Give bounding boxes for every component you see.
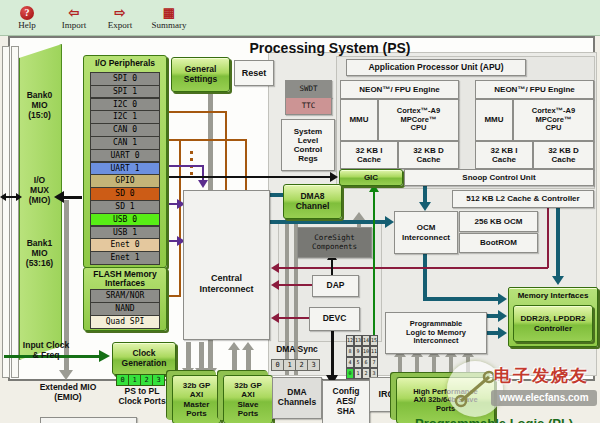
line	[232, 349, 237, 375]
io-peripherals-block: I/O Peripherals SPI 0 SPI 1 I2C 0 I2C 1 …	[83, 55, 167, 268]
line	[331, 330, 334, 377]
mio-pin-strip	[11, 46, 19, 378]
pl-heading: Programmable Logic (PL)	[415, 416, 595, 423]
peripheral-usb0[interactable]: USB 0	[90, 213, 160, 227]
irq-cell[interactable]: 5	[354, 357, 362, 368]
irq-cell[interactable]: 4	[346, 357, 354, 368]
irq-cell[interactable]: 12	[346, 335, 354, 346]
peripheral-enet1[interactable]: Enet 1	[90, 251, 160, 265]
export-button[interactable]: ⇨ Export	[98, 2, 142, 33]
watermark-name: 电子发烧友	[494, 364, 589, 387]
peripheral-can0[interactable]: CAN 0	[90, 123, 160, 137]
dma-sync-port-3[interactable]: 3	[307, 359, 320, 371]
peripheral-enet0[interactable]: Enet 0	[90, 238, 160, 252]
l2-cache-box: 512 KB L2 Cache & Controller	[452, 190, 594, 208]
gp-axi-master-ports[interactable]: 32b GP AXI Master Ports	[172, 375, 221, 423]
dot	[190, 158, 193, 161]
irq-cell[interactable]: 14	[362, 335, 370, 346]
zynq-ps-configuration-screen: ? Help ⇦ Import ⇨ Export ▦ Summary Proce…	[0, 0, 600, 423]
irq-cell[interactable]: 6	[362, 357, 370, 368]
import-button[interactable]: ⇦ Import	[52, 2, 96, 33]
export-arrow-icon: ⇨	[115, 5, 126, 20]
ddr-controller-button[interactable]: DDR2/3, LPDDR2 Controller	[513, 305, 593, 342]
snoop-control-unit: Snoop Control Unit	[404, 169, 594, 186]
bank0-mio-label: Bank0 MIO (15:0)	[19, 90, 60, 121]
peripheral-i2c0[interactable]: I2C 0	[90, 98, 160, 112]
peripheral-uart1[interactable]: UART 1	[90, 162, 160, 176]
peripheral-sd0[interactable]: SD 0	[90, 187, 160, 201]
import-arrow-icon: ⇦	[69, 5, 80, 20]
summary-button[interactable]: ▦ Summary	[144, 2, 194, 33]
line	[186, 342, 191, 370]
peripheral-spi1[interactable]: SPI 1	[90, 85, 160, 99]
clock-generation-button[interactable]: Clock Generation	[112, 342, 176, 375]
gp-axi-slave-ports[interactable]: 32b GP AXI Slave Ports	[223, 375, 273, 423]
arrowhead	[498, 310, 507, 322]
line	[64, 196, 82, 199]
line	[179, 139, 181, 297]
line	[423, 297, 499, 301]
mmu-right: MMU	[475, 99, 513, 141]
bank1-mio-label: Bank1 MIO (53:16)	[19, 238, 60, 269]
icache-left: 32 KB I Cache	[340, 141, 398, 169]
line	[423, 252, 427, 299]
peripheral-i2c1[interactable]: I2C 1	[90, 110, 160, 124]
peripheral-spi0[interactable]: SPI 0	[90, 72, 160, 86]
toolbar: ? Help ⇦ Import ⇨ Export ▦ Summary	[0, 0, 600, 36]
irq-cell[interactable]: 8	[346, 346, 354, 357]
flash-nand[interactable]: NAND	[90, 302, 160, 316]
dma8-channel-button[interactable]: DMA8 Channel	[283, 184, 342, 219]
dcache-left: 32 KB D Cache	[398, 141, 459, 169]
reset-button[interactable]: Reset	[234, 60, 274, 86]
dma-channels-box: DMA Channels	[272, 377, 322, 419]
line	[398, 356, 402, 376]
line	[246, 349, 251, 375]
irq-cell[interactable]: 11	[370, 346, 378, 357]
arrowhead	[271, 280, 279, 290]
arrowhead	[228, 342, 240, 350]
arrowhead	[16, 193, 22, 201]
neon-fpu-right: NEON™/ FPU Engine	[475, 80, 594, 99]
dap-box: DAP	[312, 275, 359, 297]
arrowhead	[385, 216, 394, 228]
pl-partial-box	[40, 417, 137, 423]
line	[547, 207, 549, 268]
arrowhead	[99, 350, 110, 362]
line	[199, 342, 204, 370]
flash-quad-spi[interactable]: Quad SPI	[90, 315, 160, 329]
peripheral-sd1[interactable]: SD 1	[90, 200, 160, 214]
apu-header: Application Processor Unit (APU)	[346, 59, 526, 76]
help-button[interactable]: ? Help	[8, 2, 46, 33]
irq-cell-active[interactable]: 0	[346, 368, 354, 379]
memory-interfaces-header: Memory Interfaces	[509, 292, 597, 301]
irq-cell[interactable]: 7	[370, 357, 378, 368]
line	[279, 267, 548, 269]
flash-sram-nor[interactable]: SRAM/NOR	[90, 289, 160, 303]
irq-cell[interactable]: 1	[354, 368, 362, 379]
flash-header: FLASH Memory Interfaces	[84, 270, 166, 289]
peripheral-gpio[interactable]: GPIO	[90, 174, 160, 188]
line	[166, 111, 226, 113]
input-clock-label: Input Clock & Freq	[10, 340, 82, 360]
peripheral-can1[interactable]: CAN 1	[90, 136, 160, 150]
ps-pl-clock-port-3[interactable]: 3	[152, 374, 165, 386]
arrowhead	[498, 327, 507, 339]
line	[166, 139, 246, 141]
dot	[190, 172, 193, 175]
irq-cell[interactable]: 10	[362, 346, 370, 357]
irq-cell[interactable]: 15	[370, 335, 378, 346]
page-title: Processing System (PS)	[180, 40, 480, 57]
arrowhead	[0, 193, 6, 201]
line	[331, 259, 333, 275]
general-settings-button[interactable]: General Settings	[171, 57, 230, 92]
export-label: Export	[108, 20, 133, 30]
peripheral-uart0[interactable]: UART 0	[90, 149, 160, 163]
arrowhead	[198, 180, 208, 188]
arrowhead	[242, 342, 254, 350]
irq-cell[interactable]: 13	[354, 335, 362, 346]
gic-button[interactable]: GIC	[339, 169, 403, 186]
neon-fpu-left: NEON™/ FPU Engine	[340, 80, 459, 99]
irq-cell[interactable]: 9	[354, 346, 362, 357]
coresight-box: CoreSight Components	[297, 227, 372, 258]
peripheral-usb1[interactable]: USB 1	[90, 226, 160, 240]
